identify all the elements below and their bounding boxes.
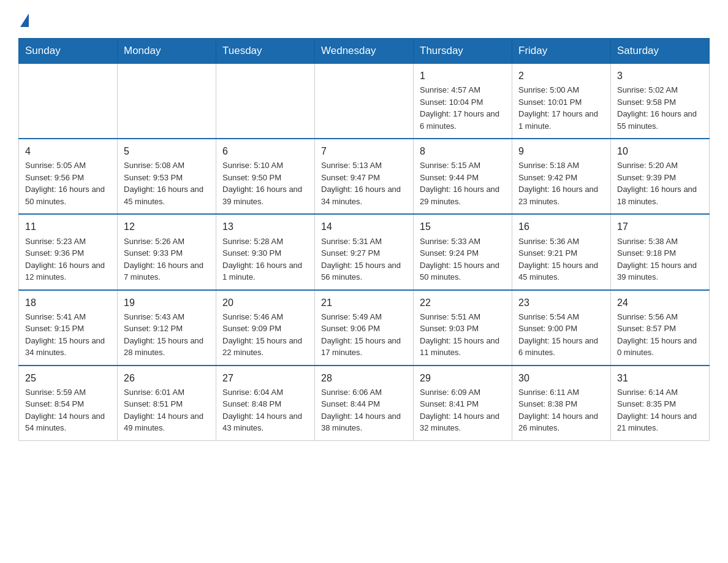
calendar-cell: 26Sunrise: 6:01 AM Sunset: 8:51 PM Dayli… [118,366,216,441]
weekday-header-thursday: Thursday [414,39,512,64]
day-info: Sunrise: 6:09 AM Sunset: 8:41 PM Dayligh… [420,386,506,434]
day-number: 22 [420,296,506,310]
calendar-cell: 4Sunrise: 5:05 AM Sunset: 9:56 PM Daylig… [19,139,118,214]
day-info: Sunrise: 5:10 AM Sunset: 9:50 PM Dayligh… [222,159,308,207]
day-number: 12 [124,220,210,234]
calendar-cell: 28Sunrise: 6:06 AM Sunset: 8:44 PM Dayli… [315,366,414,441]
day-info: Sunrise: 4:57 AM Sunset: 10:04 PM Daylig… [420,84,506,132]
calendar-week-row: 25Sunrise: 5:59 AM Sunset: 8:54 PM Dayli… [19,366,710,441]
day-info: Sunrise: 5:56 AM Sunset: 8:57 PM Dayligh… [617,311,703,359]
day-number: 3 [617,69,703,83]
calendar-cell: 10Sunrise: 5:20 AM Sunset: 9:39 PM Dayli… [611,139,710,214]
day-number: 20 [222,296,308,310]
day-info: Sunrise: 5:33 AM Sunset: 9:24 PM Dayligh… [420,236,506,283]
day-info: Sunrise: 6:06 AM Sunset: 8:44 PM Dayligh… [321,386,407,434]
calendar-cell: 3Sunrise: 5:02 AM Sunset: 9:58 PM Daylig… [611,64,710,139]
calendar-cell: 9Sunrise: 5:18 AM Sunset: 9:42 PM Daylig… [512,139,611,214]
day-number: 18 [25,296,111,310]
day-info: Sunrise: 5:05 AM Sunset: 9:56 PM Dayligh… [25,159,111,207]
day-number: 28 [321,371,407,385]
day-number: 19 [124,296,210,310]
day-info: Sunrise: 5:49 AM Sunset: 9:06 PM Dayligh… [321,311,407,359]
logo-triangle-icon [20,13,29,27]
calendar-cell [315,64,414,139]
calendar-cell: 31Sunrise: 6:14 AM Sunset: 8:35 PM Dayli… [611,366,710,441]
day-info: Sunrise: 5:36 AM Sunset: 9:21 PM Dayligh… [518,236,604,283]
day-info: Sunrise: 5:18 AM Sunset: 9:42 PM Dayligh… [518,159,604,207]
calendar-cell: 27Sunrise: 6:04 AM Sunset: 8:48 PM Dayli… [216,366,315,441]
day-number: 27 [222,371,308,385]
day-number: 23 [518,296,604,310]
day-number: 9 [518,144,604,158]
calendar-cell: 2Sunrise: 5:00 AM Sunset: 10:01 PM Dayli… [512,64,611,139]
day-number: 7 [321,144,407,158]
calendar-week-row: 4Sunrise: 5:05 AM Sunset: 9:56 PM Daylig… [19,139,710,214]
day-number: 16 [518,220,604,234]
page: SundayMondayTuesdayWednesdayThursdayFrid… [0,0,728,459]
day-info: Sunrise: 5:08 AM Sunset: 9:53 PM Dayligh… [124,159,210,207]
calendar-week-row: 11Sunrise: 5:23 AM Sunset: 9:36 PM Dayli… [19,214,710,289]
weekday-header-tuesday: Tuesday [216,39,315,64]
calendar-cell: 6Sunrise: 5:10 AM Sunset: 9:50 PM Daylig… [216,139,315,214]
calendar-cell: 23Sunrise: 5:54 AM Sunset: 9:00 PM Dayli… [512,290,611,366]
weekday-header-saturday: Saturday [611,39,710,64]
day-info: Sunrise: 5:20 AM Sunset: 9:39 PM Dayligh… [617,159,703,207]
day-info: Sunrise: 5:51 AM Sunset: 9:03 PM Dayligh… [420,311,506,359]
calendar-cell: 20Sunrise: 5:46 AM Sunset: 9:09 PM Dayli… [216,290,315,366]
day-info: Sunrise: 5:46 AM Sunset: 9:09 PM Dayligh… [222,311,308,359]
calendar-cell: 12Sunrise: 5:26 AM Sunset: 9:33 PM Dayli… [118,214,216,289]
day-number: 29 [420,371,506,385]
day-info: Sunrise: 6:11 AM Sunset: 8:38 PM Dayligh… [518,386,604,434]
day-number: 17 [617,220,703,234]
weekday-header-monday: Monday [118,39,216,64]
day-number: 13 [222,220,308,234]
weekday-header-sunday: Sunday [19,39,118,64]
day-number: 26 [124,371,210,385]
day-number: 2 [518,69,604,83]
day-info: Sunrise: 5:43 AM Sunset: 9:12 PM Dayligh… [124,311,210,359]
day-number: 30 [518,371,604,385]
day-number: 5 [124,144,210,158]
day-info: Sunrise: 5:23 AM Sunset: 9:36 PM Dayligh… [25,236,111,283]
day-info: Sunrise: 5:00 AM Sunset: 10:01 PM Daylig… [518,84,604,132]
calendar-cell: 11Sunrise: 5:23 AM Sunset: 9:36 PM Dayli… [19,214,118,289]
calendar-cell: 29Sunrise: 6:09 AM Sunset: 8:41 PM Dayli… [414,366,512,441]
day-info: Sunrise: 5:02 AM Sunset: 9:58 PM Dayligh… [617,84,703,132]
day-info: Sunrise: 5:15 AM Sunset: 9:44 PM Dayligh… [420,159,506,207]
day-info: Sunrise: 5:41 AM Sunset: 9:15 PM Dayligh… [25,311,111,359]
calendar-cell: 5Sunrise: 5:08 AM Sunset: 9:53 PM Daylig… [118,139,216,214]
day-info: Sunrise: 5:59 AM Sunset: 8:54 PM Dayligh… [25,386,111,434]
calendar-header-row: SundayMondayTuesdayWednesdayThursdayFrid… [19,39,710,64]
day-number: 14 [321,220,407,234]
day-info: Sunrise: 5:13 AM Sunset: 9:47 PM Dayligh… [321,159,407,207]
day-info: Sunrise: 6:01 AM Sunset: 8:51 PM Dayligh… [124,386,210,434]
logo [18,12,29,27]
day-number: 25 [25,371,111,385]
day-number: 31 [617,371,703,385]
weekday-header-friday: Friday [512,39,611,64]
day-number: 15 [420,220,506,234]
calendar-cell: 18Sunrise: 5:41 AM Sunset: 9:15 PM Dayli… [19,290,118,366]
day-number: 10 [617,144,703,158]
day-number: 24 [617,296,703,310]
calendar-cell: 7Sunrise: 5:13 AM Sunset: 9:47 PM Daylig… [315,139,414,214]
calendar-cell [216,64,315,139]
calendar-cell: 25Sunrise: 5:59 AM Sunset: 8:54 PM Dayli… [19,366,118,441]
calendar-week-row: 18Sunrise: 5:41 AM Sunset: 9:15 PM Dayli… [19,290,710,366]
calendar-cell [118,64,216,139]
calendar-cell: 1Sunrise: 4:57 AM Sunset: 10:04 PM Dayli… [414,64,512,139]
calendar-cell: 15Sunrise: 5:33 AM Sunset: 9:24 PM Dayli… [414,214,512,289]
calendar-cell: 30Sunrise: 6:11 AM Sunset: 8:38 PM Dayli… [512,366,611,441]
day-number: 21 [321,296,407,310]
calendar-cell: 14Sunrise: 5:31 AM Sunset: 9:27 PM Dayli… [315,214,414,289]
day-number: 1 [420,69,506,83]
calendar-cell: 22Sunrise: 5:51 AM Sunset: 9:03 PM Dayli… [414,290,512,366]
day-number: 6 [222,144,308,158]
day-info: Sunrise: 5:26 AM Sunset: 9:33 PM Dayligh… [124,236,210,283]
day-number: 8 [420,144,506,158]
calendar-cell: 13Sunrise: 5:28 AM Sunset: 9:30 PM Dayli… [216,214,315,289]
day-info: Sunrise: 6:04 AM Sunset: 8:48 PM Dayligh… [222,386,308,434]
calendar-cell: 16Sunrise: 5:36 AM Sunset: 9:21 PM Dayli… [512,214,611,289]
calendar-cell [19,64,118,139]
calendar-week-row: 1Sunrise: 4:57 AM Sunset: 10:04 PM Dayli… [19,64,710,139]
